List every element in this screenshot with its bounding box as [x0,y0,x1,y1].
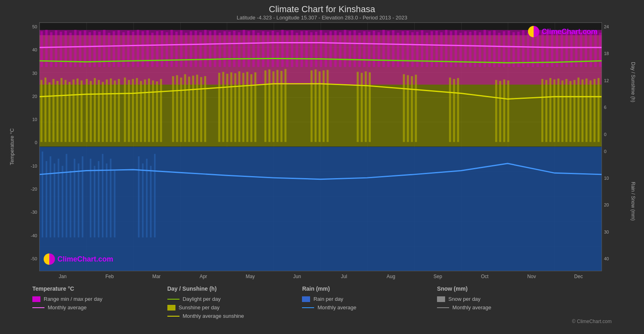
svg-rect-209 [498,33,500,67]
svg-rect-45 [128,80,130,142]
svg-rect-44 [124,78,126,142]
svg-rect-133 [132,32,134,67]
svg-rect-20 [142,164,144,238]
svg-rect-42 [114,81,116,142]
svg-rect-178 [349,31,351,67]
legend-snow-title: Snow (mm) [437,285,564,292]
copyright-label: © ClimeChart.com [572,319,612,324]
svg-rect-65 [226,74,228,142]
svg-rect-156 [243,30,245,67]
x-label-may: May [227,274,274,279]
svg-rect-1 [42,151,43,237]
svg-rect-35 [86,79,88,142]
svg-rect-76 [277,70,279,142]
svg-rect-230 [599,33,602,67]
legend-sunshine-avg: Monthly average sunshine [167,313,294,319]
svg-rect-164 [281,30,284,67]
svg-rect-168 [300,31,303,67]
svg-rect-159 [257,33,260,67]
svg-rect-85 [361,73,363,142]
svg-rect-2 [46,161,47,238]
svg-rect-82 [323,70,325,142]
svg-rect-180 [358,33,361,67]
svg-rect-15 [102,154,103,237]
svg-rect-39 [102,82,104,142]
svg-rect-78 [285,69,287,142]
watermark-bottom: ClimeChart.com [44,253,113,265]
svg-rect-95 [495,80,497,142]
svg-rect-31 [68,82,70,142]
svg-rect-89 [407,75,409,142]
svg-rect-110 [585,79,587,142]
svg-rect-172 [320,30,322,67]
legend-snow-avg-label: Monthly average [452,304,491,311]
svg-rect-210 [503,31,505,67]
svg-rect-132 [127,31,129,67]
x-axis: Jan Feb Mar Apr May Jun Jul Aug Sep Oct … [39,271,602,281]
svg-rect-14 [98,161,99,238]
watermark-top-text: ClimeChart.com [542,28,598,36]
right-axis-title-top: Day / Sunshine (h) [630,22,636,142]
svg-rect-131 [122,32,125,67]
svg-rect-52 [156,81,158,142]
x-label-oct: Oct [461,274,508,279]
y-axis-left: 50 40 30 20 10 0 -10 -20 -30 -40 -50 [15,22,39,271]
svg-rect-58 [188,77,190,142]
svg-rect-134 [137,30,139,67]
x-label-aug: Aug [367,274,414,279]
legend-rain-bar: Rain per day [302,296,429,302]
svg-rect-34 [80,81,82,142]
svg-rect-213 [517,32,520,67]
svg-rect-102 [553,79,555,142]
svg-rect-10 [78,164,79,238]
svg-rect-152 [224,31,226,67]
svg-rect-54 [172,76,174,142]
legend-snow-avg: Monthly average [437,304,564,311]
svg-rect-18 [114,170,116,237]
x-label-feb: Feb [86,274,133,279]
svg-rect-157 [247,31,250,67]
svg-rect-84 [357,72,359,142]
svg-rect-94 [457,78,459,142]
x-label-dec: Dec [555,274,602,279]
svg-rect-112 [593,79,595,142]
snow-swatch [437,296,445,302]
legend-daylight-label: Daylight per day [183,296,221,302]
svg-rect-169 [305,31,308,67]
svg-rect-194 [426,33,428,67]
svg-rect-151 [219,33,221,67]
svg-rect-9 [74,159,75,238]
y-axis-right-bottom: 0 10 20 30 40 [602,147,630,272]
sunshine-swatch [167,305,175,311]
svg-rect-26 [49,82,51,142]
svg-rect-73 [264,70,266,142]
svg-rect-79 [310,70,312,142]
legend-temp-avg-label: Monthly average [48,304,87,311]
svg-rect-70 [246,72,248,142]
svg-rect-6 [62,166,63,238]
svg-rect-145 [190,31,192,67]
plot-area: ClimeChart.com ClimeChart.com [39,22,602,271]
svg-rect-160 [262,31,264,67]
svg-rect-186 [387,31,390,67]
svg-rect-173 [325,33,327,67]
svg-rect-150 [214,30,216,67]
svg-rect-109 [581,79,583,142]
svg-rect-170 [310,32,312,67]
svg-rect-48 [140,81,142,142]
svg-rect-142 [175,32,178,67]
x-label-jun: Jun [274,274,321,279]
svg-rect-55 [176,75,178,142]
svg-rect-175 [334,31,337,67]
legend-section: Temperature °C Range min / max per day M… [8,281,636,330]
legend-snow-bar-label: Snow per day [448,296,481,302]
svg-rect-136 [146,30,149,67]
svg-rect-36 [90,81,92,142]
svg-rect-179 [353,30,356,67]
sunshine-bars [40,69,600,142]
legend-snow-bar: Snow per day [437,296,564,302]
legend-sunshine: Day / Sunshine (h) Daylight per day Suns… [167,285,294,326]
svg-rect-30 [65,80,67,142]
svg-rect-171 [315,32,317,67]
legend-sunshine-bar-label: Sunshine per day [179,304,220,311]
